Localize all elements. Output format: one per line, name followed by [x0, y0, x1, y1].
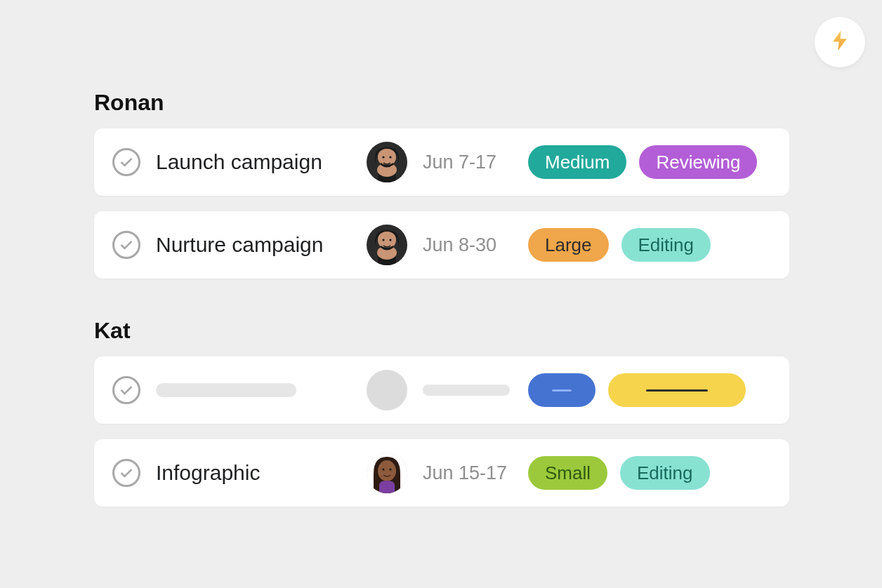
- task-row[interactable]: Nurture campaignJun 8-30LargeEditing: [94, 211, 789, 279]
- tag-pill[interactable]: Small: [528, 456, 607, 490]
- section-title[interactable]: Kat: [94, 318, 789, 344]
- svg-point-14: [382, 468, 384, 470]
- tag-pill[interactable]: Editing: [621, 228, 711, 262]
- svg-point-4: [382, 156, 384, 158]
- task-section: RonanLaunch campaignJun 7-17MediumReview…: [94, 90, 789, 279]
- task-tags: MediumReviewing: [528, 145, 757, 179]
- svg-point-13: [378, 460, 396, 481]
- tag-pill[interactable]: Medium: [528, 145, 626, 179]
- complete-checkbox[interactable]: [112, 148, 140, 176]
- task-tags: LargeEditing: [528, 228, 711, 262]
- task-row[interactable]: Launch campaignJun 7-17MediumReviewing: [94, 128, 789, 196]
- complete-checkbox[interactable]: [112, 376, 140, 404]
- task-tags: SmallEditing: [528, 456, 710, 490]
- section-title[interactable]: Ronan: [94, 90, 789, 116]
- svg-point-5: [389, 156, 391, 158]
- task-date[interactable]: Jun 15-17: [423, 462, 528, 484]
- task-date[interactable]: Jun 8-30: [423, 234, 528, 256]
- assignee-avatar[interactable]: [367, 142, 407, 182]
- svg-point-11: [389, 239, 391, 241]
- assignee-avatar-placeholder: [367, 370, 407, 410]
- svg-point-10: [382, 239, 384, 241]
- task-row[interactable]: InfographicJun 15-17SmallEditing: [94, 439, 789, 507]
- tag-pill[interactable]: Large: [528, 228, 609, 262]
- task-row[interactable]: [94, 356, 789, 424]
- svg-point-15: [389, 468, 391, 470]
- bolt-icon: [828, 29, 852, 55]
- task-title[interactable]: Nurture campaign: [156, 233, 367, 257]
- task-title[interactable]: Infographic: [156, 461, 367, 485]
- task-tags: [528, 373, 746, 407]
- tag-pill-placeholder: [608, 373, 746, 407]
- complete-checkbox[interactable]: [112, 231, 140, 259]
- task-date-placeholder: [423, 385, 528, 396]
- fab-button[interactable]: [815, 17, 865, 67]
- task-title-placeholder: [156, 383, 367, 397]
- assignee-avatar[interactable]: [367, 225, 407, 265]
- tag-pill-placeholder: [528, 373, 595, 407]
- assignee-avatar[interactable]: [367, 453, 407, 493]
- tag-pill[interactable]: Reviewing: [639, 145, 757, 179]
- task-date[interactable]: Jun 7-17: [423, 152, 528, 173]
- task-title[interactable]: Launch campaign: [156, 150, 367, 174]
- complete-checkbox[interactable]: [112, 459, 140, 487]
- tag-pill[interactable]: Editing: [620, 456, 710, 490]
- task-section: KatInfographicJun 15-17SmallEditing: [94, 318, 789, 507]
